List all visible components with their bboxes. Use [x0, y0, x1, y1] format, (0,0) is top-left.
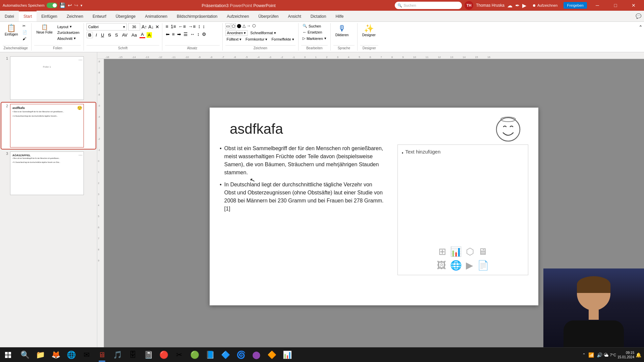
ersetzen-btn[interactable]: ↔ Ersetzen	[301, 29, 328, 35]
align-center-btn[interactable]: ≡	[171, 31, 175, 38]
tab-dictation[interactable]: Dictation	[306, 11, 331, 21]
taskbar-firefox[interactable]: 🦊	[48, 348, 63, 362]
char-spacing-btn[interactable]: AV	[121, 32, 129, 38]
network-icon[interactable]: 📶	[588, 352, 594, 358]
redo-icon[interactable]: ↪	[74, 2, 78, 8]
anordnen-btn[interactable]: Anordnen ▾	[225, 30, 248, 36]
tab-datei[interactable]: Datei	[0, 11, 19, 21]
thumb-menu-1[interactable]: ⋯	[78, 58, 83, 62]
abschnitt-btn[interactable]: Abschnitt▾	[56, 36, 81, 41]
taskbar-mail[interactable]: ✉	[79, 348, 94, 362]
file-icon[interactable]: 📄	[477, 260, 489, 271]
ribbon-collapse-btn[interactable]: ⌃	[639, 24, 643, 30]
image-icon[interactable]: 🖼	[437, 260, 446, 271]
designer-btn[interactable]: ✨ Designer	[360, 23, 378, 38]
text-orient-btn[interactable]: ↕	[197, 31, 200, 38]
share-button[interactable]: Freigeben	[564, 2, 587, 9]
highlight-btn[interactable]: A	[147, 32, 152, 38]
diktieren-btn[interactable]: 🎙 Diktieren	[333, 23, 351, 38]
slide-thumb-2[interactable]: 2 asdfkafa • Obst ist ein Sammelbegriff …	[1, 103, 96, 149]
volume-icon[interactable]: 🔊	[597, 352, 602, 358]
zuruecksetzen-btn[interactable]: Zurücksetzen	[56, 30, 81, 35]
close-button[interactable]: ✕	[626, 0, 641, 11]
smartart-icon[interactable]: ⬡	[466, 246, 474, 257]
neue-folie-btn[interactable]: 📋 Neue Folie	[34, 23, 54, 41]
tray-arrow[interactable]: ⌃	[582, 353, 586, 357]
align-right-btn[interactable]: ➡	[176, 31, 182, 38]
numbering-btn[interactable]: 1≡	[170, 23, 177, 30]
thumb-menu-3[interactable]: ⋯	[78, 153, 83, 158]
underline-btn[interactable]: U	[100, 32, 105, 38]
shape-4[interactable]: △	[242, 23, 246, 29]
shape-2[interactable]: ⬠	[231, 23, 236, 29]
thumb-menu-2[interactable]: ⋯	[78, 105, 83, 110]
formeffekte-btn[interactable]: Formeffekte ▾	[270, 37, 296, 42]
font-grow-icon[interactable]: A↑	[142, 24, 147, 29]
maximize-button[interactable]: □	[608, 0, 623, 11]
taskbar-powerpoint[interactable]: 🖥	[95, 348, 109, 362]
markieren-btn[interactable]: ▷ Markieren ▾	[301, 36, 328, 41]
tab-ueberpruefen[interactable]: Überprüfen	[254, 11, 283, 21]
shape-6[interactable]: ⬡	[252, 23, 256, 29]
taskbar-app1[interactable]: 🔴	[156, 348, 171, 362]
font-size-box[interactable]: 36	[128, 23, 140, 31]
bold-btn[interactable]: B	[87, 32, 93, 38]
more-icon[interactable]: ▾	[80, 3, 83, 8]
notification-btn[interactable]: 🔔	[636, 352, 641, 358]
slide-right-content[interactable]: • Text hinzufügen ⊞ 📊 ⬡ 🖥 🖼 🌐 ▶ 📄	[397, 144, 528, 275]
formkontur-btn[interactable]: Formkontur ▾	[244, 37, 269, 42]
tab-aufzeichnen[interactable]: Aufzeichnen	[222, 11, 254, 21]
tab-entwurf[interactable]: Entwurf	[88, 11, 111, 21]
save-icon[interactable]: 💾	[59, 2, 66, 8]
copy-btn[interactable]: 📄	[21, 29, 29, 35]
chart-icon[interactable]: 📊	[450, 246, 462, 257]
shape-5[interactable]: →	[247, 23, 251, 29]
text-dir-btn[interactable]: ↔	[190, 31, 196, 38]
strikethrough-btn[interactable]: S	[107, 32, 112, 38]
comments-icon[interactable]: 💬	[636, 13, 641, 19]
tab-start[interactable]: Start	[19, 11, 37, 21]
format-painter-btn[interactable]: 🖌	[21, 36, 29, 41]
taskbar-vlc[interactable]: 🎵	[110, 348, 125, 362]
justify-btn[interactable]: ☰	[183, 31, 189, 38]
shape-1[interactable]: ▭	[225, 23, 230, 29]
tab-animationen[interactable]: Animationen	[140, 11, 172, 21]
tab-ansicht[interactable]: Ansicht	[283, 11, 306, 21]
line-spacing-btn[interactable]: ↕	[202, 23, 206, 30]
taskbar-search[interactable]: 🔍	[17, 348, 32, 362]
tab-uebergaenge[interactable]: Übergänge	[111, 11, 140, 21]
text-shadow-btn[interactable]: S	[114, 32, 119, 38]
indent-more-btn[interactable]: →≡	[187, 23, 196, 30]
minimize-button[interactable]: ─	[590, 0, 605, 11]
font-color-btn[interactable]: A	[140, 32, 145, 38]
slide-title[interactable]: asdfkafa	[230, 121, 283, 137]
fulltext-btn[interactable]: Fülltext ▾	[225, 37, 243, 42]
taskbar-app3[interactable]: 🟢	[187, 348, 202, 362]
table-icon[interactable]: ⊞	[438, 246, 446, 257]
taskbar-app4[interactable]: 📘	[203, 348, 217, 362]
slide-thumb-3[interactable]: 3 ÄÖÄSZÄPFEL • Wie is äh ein Sammelbegri…	[1, 150, 96, 196]
taskbar-app6[interactable]: 🌀	[233, 348, 248, 362]
indent-less-btn[interactable]: ←≡	[178, 23, 186, 30]
tab-zeichnen[interactable]: Zeichnen	[62, 11, 88, 21]
taskbar-app7[interactable]: ⬤	[249, 348, 264, 362]
clock[interactable]: 09:15 15.01.2024	[618, 351, 634, 359]
shape-3[interactable]: ⬤	[236, 23, 241, 29]
taskbar-onenote[interactable]: 📓	[141, 348, 156, 362]
clear-format-icon[interactable]: ✕	[155, 24, 159, 29]
italic-btn[interactable]: I	[94, 32, 98, 38]
record-button[interactable]: ⏺ Aufzeichnen	[529, 2, 561, 9]
taskbar-app2[interactable]: ✂	[172, 348, 186, 362]
slide-thumb-1[interactable]: 1 Folie 1 ⋯	[1, 55, 96, 101]
online-image-icon[interactable]: 🌐	[450, 260, 462, 271]
autosave-toggle[interactable]	[47, 3, 57, 8]
taskbar-chrome[interactable]: 🌐	[64, 348, 78, 362]
undo-icon[interactable]: ↩	[68, 2, 72, 8]
video-icon[interactable]: ▶	[466, 260, 473, 271]
search-box[interactable]: 🔍 Suchen	[395, 2, 462, 9]
screenshot-icon[interactable]: 🖥	[478, 246, 487, 257]
tab-praesentation[interactable]: Bildschirmpräsentation	[172, 11, 222, 21]
suchen-btn[interactable]: 🔍 Suchen	[301, 23, 328, 29]
cut-btn[interactable]: ✂	[21, 23, 29, 29]
schnellformat-btn[interactable]: Schnellformat ▾	[249, 31, 277, 36]
